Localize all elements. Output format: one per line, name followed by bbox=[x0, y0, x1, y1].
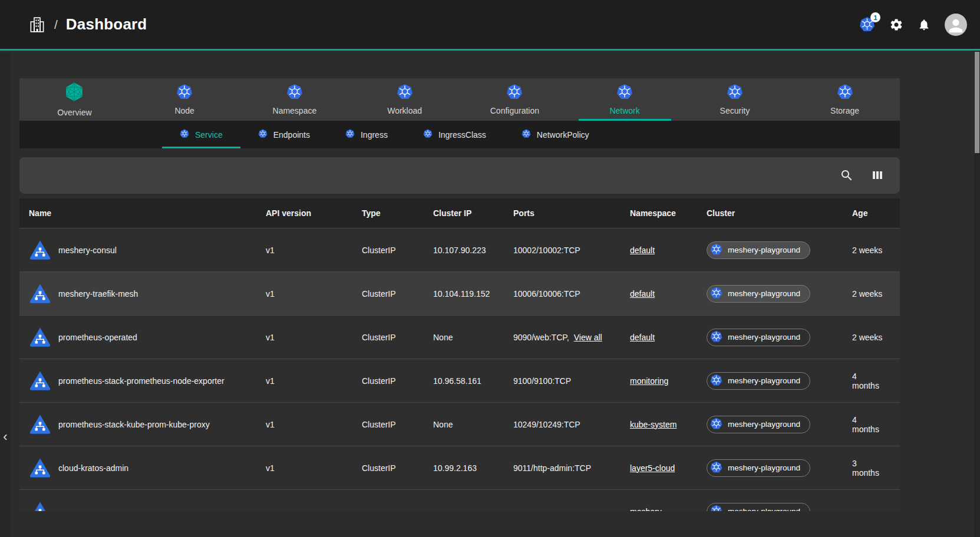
kubernetes-icon bbox=[837, 84, 853, 102]
kubernetes-icon bbox=[176, 84, 193, 102]
service-type: ClusterIP bbox=[362, 246, 433, 255]
namespace-link[interactable]: monitoring bbox=[630, 376, 668, 386]
service-name: prometheus-operated bbox=[58, 333, 137, 342]
tab-label: Overview bbox=[57, 108, 91, 117]
table-row[interactable]: prometheus-operated v1 ClusterIP None 90… bbox=[19, 315, 900, 359]
kubernetes-icon bbox=[522, 129, 531, 140]
table-body: meshery-consul v1 ClusterIP 10.107.90.22… bbox=[19, 228, 900, 511]
kubernetes-icon bbox=[258, 129, 268, 140]
table-row[interactable]: cloud-kratos-admin v1 ClusterIP 10.99.2.… bbox=[19, 446, 900, 489]
table-row[interactable]: prometheus-stack-kube-prom-kube-proxy v1… bbox=[19, 402, 900, 446]
column-header-name[interactable]: Name bbox=[29, 208, 266, 218]
service-icon bbox=[29, 500, 51, 512]
appbar: / Dashboard 1 bbox=[0, 0, 980, 51]
tab-node[interactable]: Node bbox=[130, 78, 240, 121]
cluster-chip[interactable]: meshery-playground bbox=[707, 329, 810, 346]
service-name: meshery-consul bbox=[58, 246, 117, 255]
tab-label: Node bbox=[174, 106, 194, 115]
tab-storage[interactable]: Storage bbox=[790, 78, 900, 121]
ports-value: 9090/web:TCP, bbox=[513, 333, 569, 342]
collapse-drawer-handle[interactable]: ‹ bbox=[0, 429, 11, 446]
ports-value: 10006/10006:TCP bbox=[513, 289, 580, 299]
service-icon bbox=[29, 370, 51, 392]
namespace-link[interactable]: layer5-cloud bbox=[630, 463, 675, 473]
cluster-name: meshery-playground bbox=[728, 246, 800, 254]
table-row[interactable]: prometheus-stack-prometheus-node-exporte… bbox=[19, 359, 900, 402]
cluster-chip[interactable]: meshery-playground bbox=[707, 503, 810, 512]
tab-security[interactable]: Security bbox=[680, 78, 790, 121]
cluster-ip: 10.99.2.163 bbox=[433, 463, 513, 473]
kubernetes-context-icon[interactable]: 1 bbox=[859, 16, 875, 32]
context-count-badge: 1 bbox=[870, 12, 880, 22]
cluster-name: meshery-playground bbox=[728, 463, 800, 472]
tab-overview[interactable]: Overview bbox=[19, 78, 130, 121]
api-version: v1 bbox=[266, 376, 362, 386]
namespace-link[interactable]: default bbox=[630, 289, 655, 299]
api-version: v1 bbox=[266, 289, 362, 299]
namespace-link[interactable]: default bbox=[630, 333, 655, 342]
table-toolbar bbox=[19, 157, 900, 194]
subtab-label: Service bbox=[195, 130, 223, 140]
left-drawer-strip bbox=[0, 52, 11, 537]
cluster-name: meshery-playground bbox=[728, 289, 800, 298]
scrollbar-thumb[interactable] bbox=[975, 52, 979, 153]
table-row[interactable]: meshery meshery-playground bbox=[19, 489, 900, 511]
kubernetes-icon bbox=[180, 129, 189, 140]
vertical-scrollbar[interactable] bbox=[974, 0, 980, 537]
cluster-chip[interactable]: meshery-playground bbox=[707, 416, 810, 433]
subtab-networkpolicy[interactable]: NetworkPolicy bbox=[504, 121, 607, 148]
namespace-link[interactable]: kube-system bbox=[630, 420, 677, 429]
active-subtab-indicator bbox=[162, 147, 240, 148]
age-value: 4 months bbox=[852, 415, 890, 434]
service-type: ClusterIP bbox=[362, 463, 433, 473]
api-version: v1 bbox=[266, 463, 362, 473]
cluster-chip[interactable]: meshery-playground bbox=[707, 241, 810, 259]
view-all-link[interactable]: View all bbox=[574, 333, 602, 342]
namespace-link[interactable]: meshery bbox=[630, 507, 662, 512]
cluster-name: meshery-playground bbox=[728, 507, 800, 511]
subtab-ingressclass[interactable]: IngressClass bbox=[405, 121, 504, 148]
column-header-type[interactable]: Type bbox=[362, 208, 433, 218]
notifications-bell-icon[interactable] bbox=[918, 18, 930, 31]
view-columns-icon[interactable] bbox=[870, 168, 885, 183]
kubernetes-icon bbox=[345, 129, 355, 140]
subtab-service[interactable]: Service bbox=[162, 121, 240, 148]
tab-network[interactable]: Network bbox=[570, 78, 680, 121]
dashboard-page: Overview Node Namespace Workload Configu… bbox=[19, 78, 900, 511]
kubernetes-icon bbox=[710, 461, 722, 475]
cluster-chip[interactable]: meshery-playground bbox=[707, 372, 810, 390]
subtab-label: Ingress bbox=[361, 130, 388, 140]
subtab-ingress[interactable]: Ingress bbox=[328, 121, 405, 148]
table-row[interactable]: meshery-consul v1 ClusterIP 10.107.90.22… bbox=[19, 228, 900, 271]
user-avatar[interactable] bbox=[945, 14, 967, 36]
service-icon bbox=[29, 413, 51, 436]
api-version: v1 bbox=[266, 333, 362, 342]
appbar-actions: 1 bbox=[859, 14, 967, 36]
column-header-namespace[interactable]: Namespace bbox=[630, 208, 707, 218]
tab-workload[interactable]: Workload bbox=[349, 78, 460, 121]
search-icon[interactable] bbox=[840, 168, 854, 183]
column-header-cluster-ip[interactable]: Cluster IP bbox=[433, 208, 513, 218]
tab-namespace[interactable]: Namespace bbox=[240, 78, 350, 121]
namespace-link[interactable]: default bbox=[630, 246, 655, 255]
table-row[interactable]: meshery-traefik-mesh v1 ClusterIP 10.104… bbox=[19, 271, 900, 315]
ports-value: 10249/10249:TCP bbox=[513, 420, 580, 429]
service-icon bbox=[29, 326, 51, 349]
column-header-age[interactable]: Age bbox=[852, 208, 890, 218]
kubernetes-icon bbox=[616, 84, 633, 102]
settings-gear-icon[interactable] bbox=[889, 18, 903, 32]
ports-value: 9100/9100:TCP bbox=[513, 376, 571, 386]
column-header-api-version[interactable]: API version bbox=[266, 208, 362, 218]
tab-configuration[interactable]: Configuration bbox=[460, 78, 570, 121]
column-header-ports[interactable]: Ports bbox=[513, 208, 630, 218]
column-header-cluster[interactable]: Cluster bbox=[707, 208, 852, 218]
age-value: 2 weeks bbox=[852, 333, 890, 342]
subtab-endpoints[interactable]: Endpoints bbox=[240, 121, 328, 148]
organization-icon[interactable] bbox=[28, 16, 46, 34]
age-value: 3 months bbox=[852, 459, 890, 478]
cluster-ip: None bbox=[433, 333, 513, 342]
cluster-chip[interactable]: meshery-playground bbox=[707, 285, 810, 303]
kubernetes-icon bbox=[506, 84, 523, 102]
cluster-chip[interactable]: meshery-playground bbox=[707, 459, 810, 477]
cluster-name: meshery-playground bbox=[728, 420, 800, 429]
